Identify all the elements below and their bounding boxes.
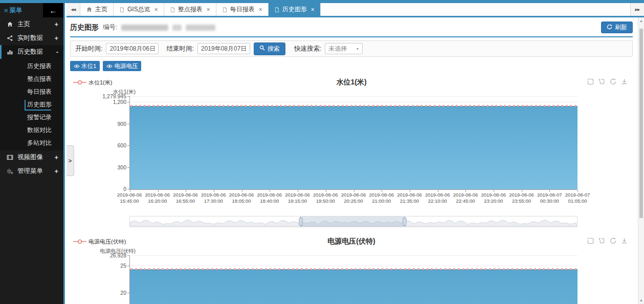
start-date-input[interactable] [106, 43, 159, 54]
quick-search-select[interactable]: 未选择 ▼ [325, 43, 363, 54]
chart-title: 水位1(米) [70, 76, 633, 87]
sidebar-item-multi-station-compare[interactable]: 多站对比 [0, 137, 63, 149]
x-tick-label: 2019-08-0616:20:00 [145, 192, 170, 204]
chart-plot-area[interactable]: 03006009001,2001,279.945 [129, 97, 578, 190]
sidebar-item-history-report[interactable]: 历史报表 [0, 60, 63, 73]
tab-label: 主页 [95, 5, 107, 14]
y-tick-label: 25 [120, 263, 126, 269]
tab-home[interactable]: 主页 [80, 3, 114, 16]
tab-bar: ◀◀ 主页GIS总览×整点报表×每日报表×历史图形× ▶▶ [66, 3, 644, 17]
y-tick-label: 600 [117, 142, 126, 148]
content: 历史图形 编号: 刷新 开始时间: 结束时间: 搜索 快速搜索: 未选择 ▼ [66, 17, 638, 304]
filter-bar: 开始时间: 结束时间: 搜索 快速搜索: 未选择 ▼ [70, 40, 633, 57]
datazoom-window[interactable] [300, 216, 405, 227]
sidebar-item-daily-report[interactable]: 每日报表 [0, 85, 63, 98]
tab-scroll-right-button[interactable]: ▶▶ [630, 3, 644, 16]
chart-legend[interactable]: 水位1(米) [73, 79, 112, 86]
tab-history-graph[interactable]: 历史图形× [269, 3, 321, 16]
tab-label: 整点报表 [178, 5, 203, 14]
x-tick-label: 2019-08-0623:55:00 [509, 192, 534, 204]
tab-label: GIS总览 [127, 5, 150, 14]
chart-header: 电源电压(伏特) 电源电压(伏特) [70, 235, 633, 248]
gridline [130, 266, 578, 266]
series-toggle-bar: 水位1电源电压 [70, 61, 633, 71]
x-tick-label: 2019-08-0617:30:00 [201, 192, 226, 204]
sidebar-item-data-compare[interactable]: 数据对比 [0, 124, 63, 137]
x-tick-label: 2019-08-0618:40:00 [257, 192, 282, 204]
toolbox-restore-icon[interactable] [610, 237, 616, 244]
sidebar-item-alarm-record[interactable]: 报警记录 [0, 111, 63, 124]
sidebar-item-admin-menu[interactable]: 管理菜单+ [0, 164, 63, 178]
toolbox-restore-icon[interactable] [610, 78, 616, 85]
tab-close-icon[interactable]: × [154, 6, 158, 13]
refresh-button[interactable]: 刷新 [601, 21, 633, 33]
datazoom-handle-left[interactable] [299, 218, 302, 226]
tab-daily-report[interactable]: 每日报表× [216, 3, 269, 16]
sidebar-collapse-button[interactable]: ← [43, 3, 63, 17]
menu-title: ≡菜单 [0, 6, 23, 15]
legend-marker-icon [73, 239, 86, 245]
tab-scroll-left-button[interactable]: ◀◀ [66, 3, 80, 16]
chart-toolbox [587, 237, 628, 244]
toolbox-download-icon[interactable] [621, 237, 628, 244]
tab-gis-overview[interactable]: GIS总览× [114, 3, 164, 16]
sidebar-item-history-graph[interactable]: 历史图形 [0, 98, 63, 111]
toggle-water-level-1-button[interactable]: 水位1 [70, 61, 100, 71]
toolbox-zoom-icon[interactable] [587, 237, 594, 244]
y-tick-label: 20 [120, 290, 126, 296]
toolbox-zoom-icon[interactable] [587, 78, 594, 85]
chart-water-level: 水位1(米) 水位1(米) 水位1(米) 03006009001,2001,27… [70, 76, 633, 227]
toolbox-zoom-reset-icon[interactable] [598, 78, 605, 85]
y-tick-label: 26.928 [110, 252, 126, 258]
sidebar-item-label: 视频图像 [17, 153, 43, 162]
sidebar-item-hourly-report[interactable]: 整点报表 [0, 73, 63, 85]
redacted-station-id [186, 25, 215, 31]
plus-icon: + [54, 20, 58, 28]
plus-icon: + [54, 154, 58, 161]
chart-power-voltage: 电源电压(伏特) 电源电压(伏特) 电源电压(伏特) 202526.928 [70, 235, 633, 304]
datazoom-handle-right[interactable] [403, 218, 406, 226]
x-tick-label: 2019-08-0622:10:00 [425, 192, 450, 204]
sidebar-item-realtime-data[interactable]: 实时数据+ [0, 31, 63, 45]
eye-icon [106, 64, 113, 69]
sidebar-item-video-image[interactable]: 视频图像+ [0, 150, 63, 164]
tab-hourly-report[interactable]: 整点报表× [164, 3, 216, 16]
chart-plot-area[interactable]: 202526.928 [129, 256, 578, 304]
station-code-label: 编号: [103, 23, 117, 32]
y-tick-label: 1,279.945 [102, 93, 126, 99]
vertical-scrollbar[interactable]: ▲ ▼ [638, 17, 644, 304]
toggle-power-voltage-button[interactable]: 电源电压 [103, 61, 141, 71]
y-tick-label: 0 [123, 186, 126, 192]
menu-title-label: 菜单 [10, 6, 23, 15]
sidebar-item-label: 管理菜单 [17, 167, 43, 176]
chart-legend[interactable]: 电源电压(伏特) [73, 238, 126, 246]
tab-close-icon[interactable]: × [311, 6, 315, 13]
scroll-down-icon[interactable]: ▼ [638, 299, 644, 302]
datazoom-slider[interactable] [129, 216, 578, 227]
sidebar-expander-handle[interactable]: > [66, 145, 74, 176]
hamburger-icon: ≡ [4, 7, 8, 14]
tab-close-icon[interactable]: × [207, 6, 210, 13]
tab-close-icon[interactable]: × [259, 6, 262, 13]
sidebar-item-home[interactable]: 主页+ [0, 17, 63, 31]
y-tick-label: 1,200 [113, 99, 126, 105]
series-area [130, 106, 578, 189]
arrow-left-icon: ← [50, 6, 57, 15]
y-tick [127, 96, 130, 97]
chevron-down-icon: ▼ [356, 47, 360, 51]
page-title: 历史图形 [70, 23, 99, 32]
double-arrow-left-icon: ◀◀ [71, 8, 76, 11]
sidebar-item-history-data[interactable]: 历史数据- [0, 45, 63, 59]
series-markers [130, 268, 577, 270]
toolbox-zoom-reset-icon[interactable] [598, 237, 605, 244]
search-button[interactable]: 搜索 [254, 42, 285, 55]
x-tick-label: 2019-08-0620:25:00 [341, 192, 366, 204]
bar-chart-icon [6, 49, 14, 55]
scroll-up-icon[interactable]: ▲ [638, 19, 644, 23]
scrollbar-thumb[interactable] [639, 29, 643, 218]
file-icon [274, 7, 280, 13]
sidebar: ≡菜单 ← 主页+实时数据+历史数据-历史报表整点报表每日报表历史图形报警记录数… [0, 3, 65, 304]
toolbox-download-icon[interactable] [621, 78, 628, 85]
sidebar-item-label: 实时数据 [17, 34, 43, 42]
end-date-input[interactable] [197, 43, 250, 54]
